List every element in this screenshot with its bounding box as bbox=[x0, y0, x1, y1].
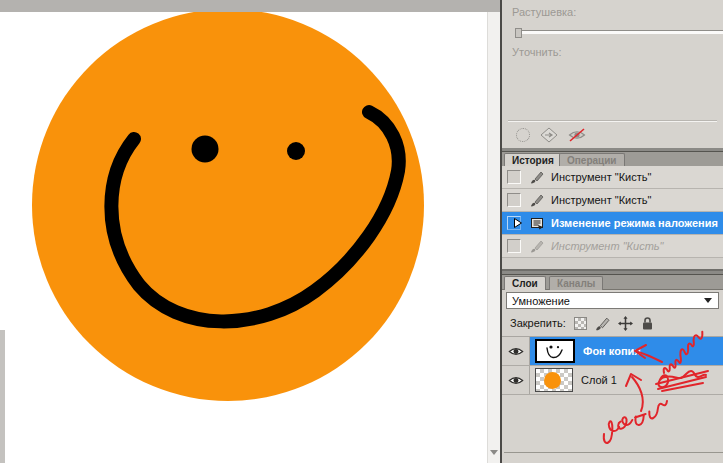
document-canvas[interactable] bbox=[0, 0, 487, 463]
tab-layers[interactable]: Слои bbox=[504, 276, 546, 290]
tab-channels[interactable]: Каналы bbox=[549, 276, 603, 290]
document-window-top-edge bbox=[0, 0, 500, 12]
scroll-down-button[interactable] bbox=[490, 450, 498, 455]
refine-label: Уточнить: bbox=[512, 46, 562, 58]
layer-visibility-cell[interactable] bbox=[502, 337, 530, 365]
history-row-selected[interactable]: Изменение режима наложения bbox=[502, 212, 723, 235]
layers-panel: Слои Каналы Умножение Закрепить: bbox=[502, 274, 723, 463]
brush-icon bbox=[530, 170, 544, 184]
layer-name[interactable]: Фон копия bbox=[583, 345, 641, 357]
chevron-down-icon bbox=[704, 298, 712, 303]
layer-row-bg-copy[interactable]: Фон копия bbox=[502, 337, 723, 366]
feather-label: Растушевка: bbox=[512, 6, 576, 18]
feather-slider-thumb[interactable] bbox=[515, 28, 522, 38]
history-state-marker-icon[interactable] bbox=[513, 217, 523, 229]
layer-row-layer1[interactable]: Слой 1 bbox=[502, 366, 723, 395]
history-row[interactable]: Инструмент "Кисть" bbox=[502, 166, 723, 189]
lock-all-icon[interactable] bbox=[641, 316, 654, 331]
vertical-scrollbar[interactable] bbox=[487, 12, 500, 463]
orange-circle-icon bbox=[544, 372, 561, 389]
layer-name[interactable]: Слой 1 bbox=[581, 374, 617, 386]
brush-icon bbox=[530, 239, 544, 253]
blend-mode-select[interactable]: Умножение bbox=[506, 292, 719, 309]
history-item-label: Инструмент "Кисть" bbox=[551, 240, 664, 252]
history-panel: История Операции Инструмент "Кисть" bbox=[502, 151, 723, 271]
mini-smiley-icon bbox=[539, 342, 571, 360]
lock-pixels-icon[interactable] bbox=[595, 316, 610, 331]
separator bbox=[508, 120, 717, 122]
layers-list: Фон копия Слой 1 bbox=[502, 336, 723, 395]
blend-mode-value: Умножение bbox=[512, 295, 704, 307]
refine-edge-icon[interactable] bbox=[540, 127, 558, 143]
smiley-left-eye bbox=[192, 136, 219, 163]
history-row-undone[interactable]: Инструмент "Кисть" bbox=[502, 235, 723, 258]
blend-mode-change-icon bbox=[530, 216, 544, 230]
history-tabbar: История Операции bbox=[502, 151, 723, 167]
right-panel-column: Растушевка: Уточнить: bbox=[500, 0, 723, 463]
history-source-checkbox[interactable] bbox=[507, 193, 521, 207]
brush-icon bbox=[530, 193, 544, 207]
smiley-drawing bbox=[0, 0, 487, 463]
selection-icon[interactable] bbox=[516, 128, 530, 142]
layer-visibility-cell[interactable] bbox=[502, 366, 530, 394]
smiley-face-circle bbox=[32, 9, 424, 401]
history-source-checkbox[interactable] bbox=[507, 239, 521, 253]
smiley-right-eye bbox=[287, 142, 305, 160]
lock-row: Закрепить: bbox=[510, 315, 654, 331]
history-item-label: Инструмент "Кисть" bbox=[551, 171, 651, 183]
layers-tabbar: Слои Каналы bbox=[502, 274, 723, 290]
document-window-left-edge bbox=[0, 330, 5, 463]
tab-actions[interactable]: Операции bbox=[559, 153, 625, 167]
history-item-label: Инструмент "Кисть" bbox=[551, 194, 651, 206]
layer-thumbnail[interactable] bbox=[535, 339, 575, 363]
feather-slider[interactable] bbox=[518, 30, 723, 34]
layer-thumbnail[interactable] bbox=[535, 368, 573, 392]
lock-position-icon[interactable] bbox=[618, 316, 633, 331]
eye-icon[interactable] bbox=[508, 346, 524, 357]
history-list: Инструмент "Кисть" Инструмент "Кисть" bbox=[502, 166, 723, 258]
masks-panel: Растушевка: Уточнить: bbox=[502, 0, 723, 150]
history-item-label: Изменение режима наложения bbox=[551, 217, 718, 229]
separator bbox=[504, 452, 723, 453]
lock-label: Закрепить: bbox=[510, 317, 566, 329]
history-source-checkbox[interactable] bbox=[507, 170, 521, 184]
photoshop-window: Растушевка: Уточнить: bbox=[0, 0, 723, 463]
eye-icon[interactable] bbox=[508, 375, 524, 386]
history-row[interactable]: Инструмент "Кисть" bbox=[502, 189, 723, 212]
disable-mask-icon[interactable] bbox=[568, 128, 586, 142]
tab-history[interactable]: История bbox=[504, 153, 562, 167]
lock-transparency-icon[interactable] bbox=[574, 317, 587, 330]
